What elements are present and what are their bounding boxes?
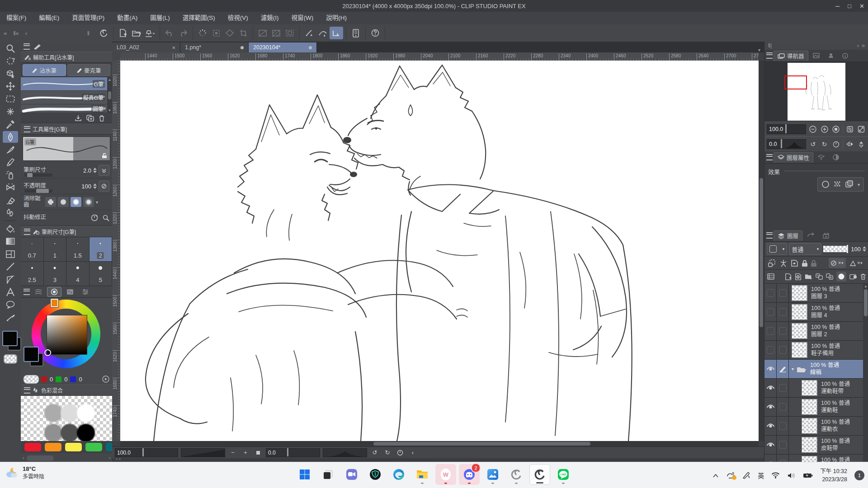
nav-rotate-reset-icon[interactable]: [831, 139, 841, 150]
mix-swatch[interactable]: [45, 443, 61, 451]
color-history-tab[interactable]: [32, 287, 45, 296]
menu-item[interactable]: 圖層(L): [144, 12, 176, 24]
tone-effect-icon[interactable]: [833, 180, 841, 188]
lock-icon[interactable]: [102, 153, 107, 159]
color-set-tab[interactable]: [63, 287, 77, 296]
scroll-left-icon[interactable]: ‹: [23, 455, 24, 460]
mix-color-blob[interactable]: [61, 404, 79, 422]
taskbar-app-edge[interactable]: [388, 464, 409, 485]
layer-edit-cell[interactable]: [777, 417, 789, 435]
blend-mode-dropdown[interactable]: 普通▾: [789, 243, 821, 255]
layer-row[interactable]: 100 % 普通運動衣: [764, 417, 868, 436]
taskbar-app-taskview[interactable]: [318, 464, 339, 485]
layer-edit-cell[interactable]: [777, 360, 789, 378]
tab-information-icon[interactable]: [839, 51, 852, 61]
layer-scrollbar[interactable]: ▲ ▼: [863, 284, 868, 462]
set-frame-range-button[interactable]: ✕▾: [848, 258, 865, 268]
nav-fit-screen-icon[interactable]: [856, 124, 866, 135]
create-layer-mask-icon[interactable]: [836, 272, 846, 282]
panel-collapse-controls[interactable]: «‖«‹‖: [0, 30, 94, 37]
zoom-in-icon[interactable]: +: [241, 448, 250, 457]
tool-property-panel-title[interactable]: 工具屬性[G筆]: [21, 123, 112, 135]
visibility-checkbox[interactable]: [767, 327, 774, 335]
rgb-B-swatch[interactable]: [70, 376, 76, 382]
snap-curve-button[interactable]: [316, 27, 330, 39]
draft-checkbox[interactable]: [779, 441, 787, 449]
mix-color-blob[interactable]: [44, 404, 62, 422]
layer-opacity-slider[interactable]: [823, 246, 848, 252]
brush-tool[interactable]: [3, 144, 18, 155]
draft-checkbox[interactable]: [779, 346, 787, 354]
nav-fit-icon[interactable]: [845, 124, 855, 135]
layer-color-effect-icon[interactable]: [845, 180, 854, 188]
subtool-scrollbar[interactable]: ▲▼: [107, 77, 112, 113]
layer-thumbnail[interactable]: [802, 437, 817, 453]
layer-thumbnail[interactable]: [802, 399, 817, 415]
import-subtool-icon[interactable]: [75, 115, 82, 122]
subtool-item[interactable]: 擬真G筆: [21, 91, 112, 104]
new-vector-layer-icon[interactable]: [795, 273, 802, 281]
taskbar-app-csp[interactable]: [529, 464, 550, 485]
tab-layer-search-icon[interactable]: [814, 152, 828, 162]
mix-swatch[interactable]: [24, 443, 41, 451]
border-effect-icon[interactable]: [821, 180, 830, 188]
processing-button[interactable]: [196, 27, 209, 39]
operation-tool[interactable]: [3, 68, 18, 80]
select-2-button[interactable]: [269, 27, 283, 39]
panel-menu-icon[interactable]: [766, 154, 773, 160]
polyline-tool[interactable]: [3, 273, 18, 285]
search-settings-icon[interactable]: [103, 215, 109, 221]
brush-size-option[interactable]: 1: [44, 237, 67, 262]
layer-edit-cell[interactable]: [777, 322, 789, 340]
layer-visibility-cell[interactable]: [764, 303, 777, 321]
weather-widget[interactable]: 18°C 多雲時陰: [5, 465, 44, 480]
brush-size-option[interactable]: 5: [90, 262, 113, 286]
menu-item[interactable]: 動畫(A): [111, 12, 144, 24]
hue-marker[interactable]: [51, 299, 58, 307]
eyedropper-tool[interactable]: [3, 118, 18, 130]
panel-menu-icon[interactable]: [24, 43, 30, 50]
titlebar[interactable]: 20230104* (4000 x 4000px 350dpi 100.0%) …: [0, 0, 868, 12]
opacity-slider[interactable]: [24, 189, 52, 192]
color-wheel[interactable]: [21, 298, 112, 374]
new-folder-icon[interactable]: [805, 273, 812, 280]
brush-size-panel-title[interactable]: 筆刷尺寸[G筆]: [21, 226, 112, 237]
transparent-color-swatch[interactable]: [4, 354, 17, 364]
layer-edit-cell[interactable]: [777, 398, 789, 416]
tray-expand-icon[interactable]: [712, 474, 719, 478]
draft-checkbox[interactable]: [779, 289, 787, 297]
draft-checkbox[interactable]: [779, 384, 787, 392]
navigator-view-rectangle[interactable]: [784, 75, 807, 89]
zoom-slider[interactable]: [181, 448, 225, 457]
zoom-tool[interactable]: [3, 42, 18, 54]
panel-menu-icon[interactable]: [766, 232, 773, 239]
layer-palette-dropdown[interactable]: ▾: [767, 243, 787, 255]
subtool-tab[interactable]: 麥克筆: [67, 64, 111, 76]
brush-size-option[interactable]: 0.7: [21, 237, 44, 262]
pen-group-tab-icon[interactable]: [33, 43, 42, 50]
apply-mask-icon[interactable]: [849, 273, 857, 280]
panel-menu-icon[interactable]: [24, 126, 30, 132]
nav-zoom-out-icon[interactable]: [808, 124, 818, 135]
layer-thumbnail[interactable]: [802, 456, 817, 462]
document-tab[interactable]: L03_A02 ×: [112, 42, 180, 52]
delete-subtool-icon[interactable]: [99, 115, 105, 122]
brush-size-option[interactable]: 1.5: [66, 237, 90, 262]
eraser-tool[interactable]: [3, 194, 18, 206]
menu-item[interactable]: 頁面管理(P): [66, 12, 111, 24]
layer-thumbnail[interactable]: [792, 342, 807, 358]
frame-tool[interactable]: [3, 248, 18, 260]
right-collapse-controls[interactable]: ‖|› »: [764, 42, 868, 50]
layer-edit-cell[interactable]: [777, 436, 789, 454]
onion-skin-icon[interactable]: [779, 259, 788, 267]
close-button[interactable]: ✕: [859, 3, 864, 9]
saturation-value-square[interactable]: [47, 315, 87, 355]
layer-edit-cell[interactable]: [777, 341, 789, 359]
scroll-right-icon[interactable]: ›: [109, 455, 110, 460]
layer-edit-cell[interactable]: [777, 284, 789, 302]
auto-select-tool[interactable]: [3, 106, 18, 117]
layer-visibility-cell[interactable]: [764, 379, 777, 397]
set-ruler-range-button[interactable]: ✕▾: [829, 258, 846, 268]
pencil-tool[interactable]: [3, 156, 18, 168]
tab-animation-icon[interactable]: [819, 230, 834, 240]
